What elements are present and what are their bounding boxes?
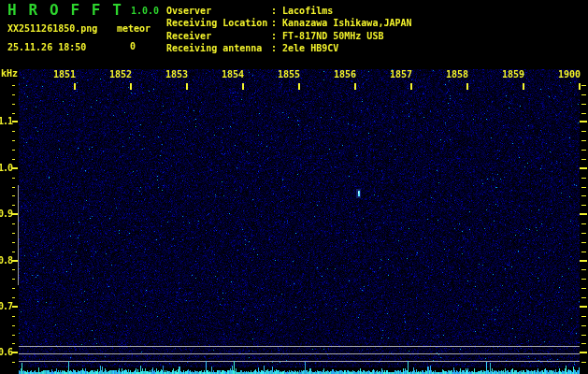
freq-tick-label: 0.9 (0, 209, 12, 220)
time-tick (298, 83, 300, 90)
info-colon: : (271, 31, 282, 41)
freq-tick-label: 0.8 (0, 255, 12, 266)
freq-minor-tick (581, 113, 586, 114)
freq-minor-tick (12, 223, 15, 224)
freq-minor-tick (581, 140, 586, 141)
info-value: Lacofilms (282, 6, 333, 16)
time-tick-label: 1859 (502, 69, 524, 80)
freq-minor-tick (581, 178, 586, 179)
info-label: Receiving Location (166, 17, 271, 29)
freq-major-tick (12, 121, 18, 122)
time-tick-label: 1851 (53, 69, 76, 80)
time-tick-label: 1858 (446, 69, 468, 80)
freq-minor-tick (12, 242, 15, 243)
freq-major-tick (580, 260, 587, 262)
info-value: 2ele HB9CV (282, 43, 338, 53)
freq-major-tick (580, 213, 587, 215)
freq-tick-label: 0.6 (0, 347, 12, 358)
freq-major-tick (580, 121, 587, 122)
freq-minor-tick (12, 113, 15, 114)
timestamp: 25.11.26 18:50 (7, 42, 86, 53)
time-tick-label: 1853 (165, 69, 188, 80)
info-colon: : (271, 43, 282, 53)
freq-minor-tick (581, 150, 586, 151)
freq-minor-tick (12, 159, 15, 160)
time-tick (130, 83, 132, 90)
freq-minor-tick (12, 269, 15, 270)
app-version: 1.0.0 (131, 6, 159, 17)
freq-minor-tick (12, 325, 15, 326)
time-tick (410, 83, 412, 90)
freq-minor-tick (581, 279, 586, 280)
freq-minor-tick (581, 85, 586, 86)
freq-minor-tick (12, 233, 15, 234)
time-tick (523, 83, 524, 90)
freq-minor-tick (12, 195, 15, 196)
freq-minor-tick (12, 362, 15, 363)
time-tick-label: 1857 (390, 69, 412, 80)
info-row: Receiver: FT-817ND 50MHz USB (166, 30, 587, 42)
freq-minor-tick (12, 150, 15, 151)
freq-minor-tick (581, 252, 586, 252)
freq-major-tick (12, 306, 18, 308)
info-value: FT-817ND 50MHz USB (282, 31, 383, 41)
grey-vertical-marker (18, 185, 19, 285)
time-tick-label: 1852 (109, 69, 132, 80)
time-tick (242, 83, 244, 90)
output-filename: XX2511261850.png (7, 23, 97, 35)
freq-minor-tick (12, 343, 15, 344)
freq-major-tick (12, 213, 18, 215)
freq-minor-tick (581, 316, 586, 317)
info-row: Receiving antenna: 2ele HB9CV (166, 42, 587, 54)
time-tick-label: 1854 (222, 69, 244, 80)
meteor-count: 0 (130, 41, 136, 52)
info-colon: : (271, 18, 282, 28)
freq-minor-tick (12, 297, 15, 298)
freq-minor-tick (581, 187, 586, 188)
time-tick (74, 83, 76, 90)
freq-minor-tick (581, 159, 586, 160)
freq-minor-tick (12, 279, 15, 280)
freq-minor-tick (581, 104, 586, 105)
time-tick (186, 83, 188, 90)
time-tick (579, 83, 581, 90)
freq-tick-label: 1.1 (0, 116, 12, 127)
freq-major-tick (12, 352, 18, 353)
hrofft-screen: H R O F F T 1.0.0 XX2511261850.png meteo… (0, 0, 588, 374)
freq-minor-tick (581, 343, 586, 344)
freq-minor-tick (581, 223, 586, 224)
time-tick (354, 83, 356, 90)
freq-minor-tick (12, 178, 15, 179)
freq-minor-tick (581, 288, 586, 289)
freq-minor-tick (12, 316, 15, 317)
app-title: H R O F F T (7, 3, 123, 17)
freq-minor-tick (581, 242, 586, 243)
mode-label: meteor (117, 23, 151, 35)
freq-minor-tick (581, 362, 586, 363)
freq-minor-tick (581, 325, 586, 326)
freq-minor-tick (12, 335, 15, 336)
freq-minor-tick (581, 269, 586, 270)
info-label: Receiving antenna (166, 42, 271, 54)
freq-minor-tick (12, 288, 15, 289)
freq-minor-tick (12, 131, 15, 132)
info-label: Ovserver (166, 5, 271, 17)
freq-major-tick (580, 167, 587, 169)
info-label: Receiver (166, 30, 271, 42)
time-tick-label: 1855 (278, 69, 300, 80)
freq-minor-tick (581, 233, 586, 234)
freq-minor-tick (12, 104, 15, 105)
station-info: Ovserver: LacofilmsReceiving Location: K… (166, 5, 587, 54)
freq-minor-tick (581, 205, 586, 206)
time-tick (466, 83, 468, 90)
freq-minor-tick (581, 131, 586, 132)
time-tick-label: 1900 (558, 69, 581, 80)
info-row: Receiving Location: Kanazawa Ishikawa,JA… (166, 17, 587, 29)
info-colon: : (271, 6, 282, 16)
freq-tick-label: 1.0 (0, 163, 12, 174)
freq-minor-tick (12, 205, 15, 206)
freq-major-tick (12, 167, 18, 169)
freq-major-tick (580, 306, 587, 308)
freq-minor-tick (581, 335, 586, 336)
freq-minor-tick (12, 187, 15, 188)
